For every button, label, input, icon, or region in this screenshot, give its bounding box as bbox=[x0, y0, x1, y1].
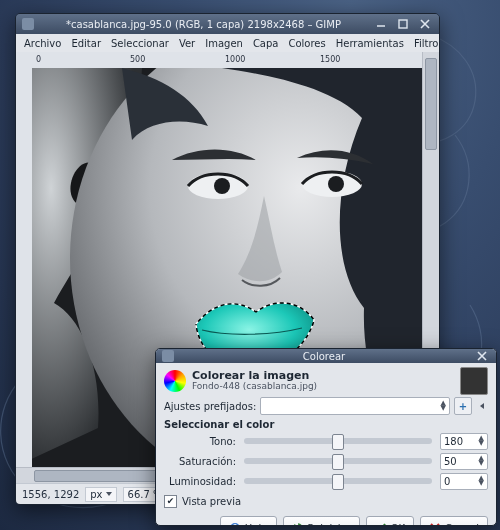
chevron-down-icon bbox=[106, 492, 112, 496]
saturation-value[interactable]: 50▲▼ bbox=[440, 453, 488, 470]
saturation-slider[interactable] bbox=[244, 458, 432, 464]
preset-menu-button[interactable] bbox=[476, 398, 488, 414]
menu-filtros[interactable]: Filtros bbox=[409, 36, 440, 51]
cancel-button[interactable]: Cancel bbox=[420, 516, 488, 526]
svg-rect-0 bbox=[399, 20, 407, 28]
reset-icon bbox=[292, 522, 304, 526]
titlebar[interactable]: *casablanca.jpg-95.0 (RGB, 1 capa) 2198x… bbox=[16, 14, 439, 34]
menu-imagen[interactable]: Imagen bbox=[200, 36, 248, 51]
menu-archivo[interactable]: Archivo bbox=[19, 36, 66, 51]
dialog-header: Colorear la imagen Fondo-448 (casablanca… bbox=[164, 367, 488, 395]
ruler-origin[interactable] bbox=[16, 52, 33, 69]
help-icon: ? bbox=[229, 522, 241, 526]
units-selector[interactable]: px bbox=[85, 487, 116, 502]
preview-checkbox[interactable]: ✔ bbox=[164, 495, 177, 508]
presets-combo[interactable]: ▲▼ bbox=[260, 397, 450, 415]
chevron-updown-icon: ▲▼ bbox=[441, 401, 446, 411]
saturation-label: Saturación: bbox=[164, 456, 236, 467]
layer-thumbnail bbox=[460, 367, 488, 395]
menu-herramientas[interactable]: Herramientas bbox=[331, 36, 409, 51]
plus-icon: + bbox=[459, 401, 467, 412]
presets-label: Ajustes prefijados: bbox=[164, 401, 256, 412]
svg-point-6 bbox=[328, 176, 344, 192]
svg-text:?: ? bbox=[233, 524, 237, 526]
close-button[interactable] bbox=[417, 17, 433, 31]
menu-colores[interactable]: Colores bbox=[283, 36, 330, 51]
status-coords: 1556, 1292 bbox=[22, 489, 79, 500]
cancel-icon bbox=[429, 522, 441, 526]
help-button[interactable]: ? Help bbox=[220, 516, 277, 526]
hue-label: Tono: bbox=[164, 436, 236, 447]
colorize-icon bbox=[164, 370, 186, 392]
ok-button[interactable]: OK bbox=[366, 516, 414, 526]
check-icon bbox=[375, 522, 387, 526]
lightness-label: Luminosidad: bbox=[164, 476, 236, 487]
preview-label: Vista previa bbox=[182, 496, 241, 507]
app-icon bbox=[162, 350, 174, 362]
ruler-vertical[interactable] bbox=[16, 68, 33, 468]
reset-button[interactable]: Reiniciar bbox=[283, 516, 360, 526]
window-title: *casablanca.jpg-95.0 (RGB, 1 capa) 2198x… bbox=[40, 19, 367, 30]
dialog-title: Colorear bbox=[180, 351, 468, 362]
dialog-subheading: Fondo-448 (casablanca.jpg) bbox=[192, 382, 454, 392]
ruler-horizontal[interactable]: 0 500 1000 1500 bbox=[32, 52, 422, 69]
app-icon bbox=[22, 18, 34, 30]
lightness-value[interactable]: 0▲▼ bbox=[440, 473, 488, 490]
hue-value[interactable]: 180▲▼ bbox=[440, 433, 488, 450]
svg-point-4 bbox=[214, 178, 230, 194]
colorize-dialog: Colorear Colorear la imagen Fondo-448 (c… bbox=[155, 348, 497, 526]
close-button[interactable] bbox=[474, 349, 490, 363]
minimize-button[interactable] bbox=[373, 17, 389, 31]
dialog-titlebar[interactable]: Colorear bbox=[156, 349, 496, 363]
hue-slider[interactable] bbox=[244, 438, 432, 444]
maximize-button[interactable] bbox=[395, 17, 411, 31]
add-preset-button[interactable]: + bbox=[454, 397, 472, 415]
menu-seleccionar[interactable]: Seleccionar bbox=[106, 36, 174, 51]
chevron-left-icon bbox=[480, 403, 484, 409]
section-label: Seleccionar el color bbox=[164, 419, 488, 430]
menu-capa[interactable]: Capa bbox=[248, 36, 284, 51]
lightness-slider[interactable] bbox=[244, 478, 432, 484]
menu-ver[interactable]: Ver bbox=[174, 36, 200, 51]
menu-editar[interactable]: Editar bbox=[66, 36, 106, 51]
menubar: Archivo Editar Seleccionar Ver Imagen Ca… bbox=[16, 34, 439, 53]
